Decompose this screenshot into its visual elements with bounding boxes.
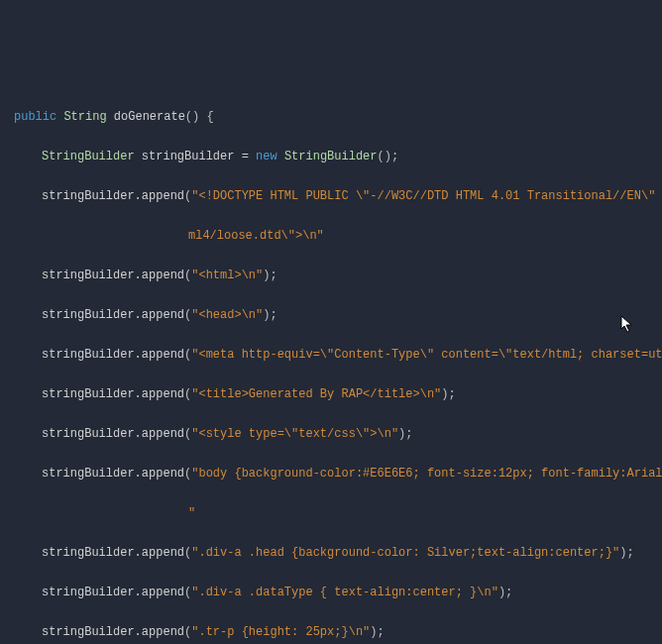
code-line: ml4/loose.dtd\">\n" <box>6 226 656 246</box>
code-line: public String doGenerate() { <box>6 107 656 127</box>
type-string: String <box>63 110 106 124</box>
code-line: stringBuilder.append(".tr-p {height: 25p… <box>6 622 656 642</box>
code-line: stringBuilder.append(".div-a .dataType {… <box>6 583 656 602</box>
code-line: stringBuilder.append("<!DOCTYPE HTML PUB… <box>6 186 656 206</box>
keyword-public: public <box>14 110 56 124</box>
code-line: stringBuilder.append("<meta http-equiv=\… <box>6 345 656 365</box>
code-line: stringBuilder.append("body {background-c… <box>6 464 656 483</box>
code-line: stringBuilder.append("<html>\n"); <box>6 266 656 285</box>
code-line: StringBuilder stringBuilder = new String… <box>6 147 656 166</box>
code-line: stringBuilder.append("<head>\n"); <box>6 305 656 325</box>
code-line: " <box>6 503 656 523</box>
code-line: stringBuilder.append(".div-a .head {back… <box>6 543 656 563</box>
code-editor[interactable]: public String doGenerate() { StringBuild… <box>6 87 656 644</box>
method-name: doGenerate <box>114 110 185 124</box>
code-line: stringBuilder.append("<style type=\"text… <box>6 424 656 444</box>
code-line: stringBuilder.append("<title>Generated B… <box>6 384 656 404</box>
